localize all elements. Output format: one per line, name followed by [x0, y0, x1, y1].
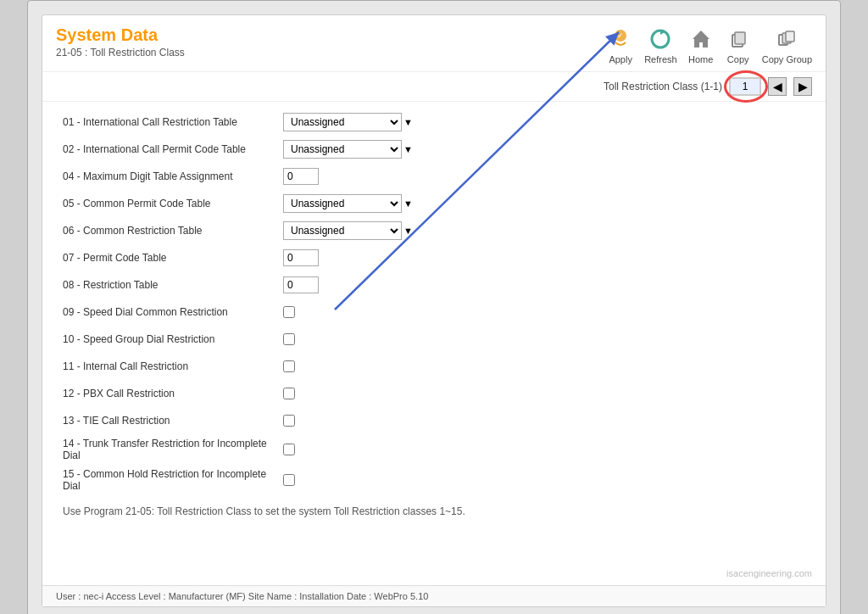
- field-label-05: 05 - Common Permit Code Table: [63, 198, 283, 209]
- field-row-14: 14 - Trunk Transfer Restriction for Inco…: [63, 438, 805, 461]
- refresh-label: Refresh: [644, 54, 677, 64]
- watermark: isacengineering.com: [42, 561, 826, 585]
- copy-group-icon: [773, 25, 800, 53]
- field-input-04[interactable]: [283, 168, 319, 185]
- panel-footer: User : nec-i Access Level : Manufacturer…: [42, 585, 826, 606]
- field-select-06[interactable]: Unassigned12: [283, 221, 402, 240]
- field-label-15: 15 - Common Hold Restriction for Incompl…: [63, 468, 283, 492]
- field-checkbox-13[interactable]: [283, 415, 295, 427]
- field-checkbox-11[interactable]: [283, 360, 295, 372]
- panel-title-block: System Data 21-05 : Toll Restriction Cla…: [56, 25, 185, 59]
- field-label-02: 02 - International Call Permit Code Tabl…: [63, 143, 283, 155]
- home-label: Home: [688, 54, 713, 64]
- field-checkbox-12[interactable]: [283, 388, 295, 399]
- form-content: 01 - International Call Restriction Tabl…: [42, 102, 826, 527]
- field-row-02: 02 - International Call Permit Code Tabl…: [63, 139, 805, 159]
- field-label-08: 08 - Restriction Table: [63, 279, 283, 291]
- field-label-07: 07 - Permit Code Table: [63, 252, 283, 264]
- field-row-01: 01 - International Call Restriction Tabl…: [63, 112, 805, 132]
- field-row-15: 15 - Common Hold Restriction for Incompl…: [63, 468, 805, 492]
- form-note: Use Program 21-05: Toll Restriction Clas…: [63, 505, 805, 517]
- svg-rect-5: [735, 32, 745, 44]
- apply-label: Apply: [609, 54, 632, 64]
- field-label-01: 01 - International Call Restriction Tabl…: [63, 116, 283, 128]
- field-row-06: 06 - Common Restriction Table Unassigned…: [63, 220, 805, 241]
- field-row-10: 10 - Speed Group Dial Restriction: [63, 329, 805, 349]
- field-input-07[interactable]: [283, 249, 319, 266]
- refresh-icon: [647, 25, 674, 53]
- field-label-14: 14 - Trunk Transfer Restriction for Inco…: [63, 438, 283, 461]
- field-label-10: 10 - Speed Group Dial Restriction: [63, 333, 283, 345]
- trc-label: Toll Restriction Class (1-1): [604, 81, 722, 92]
- field-label-06: 06 - Common Restriction Table: [63, 225, 283, 237]
- copy-button[interactable]: Copy: [725, 25, 752, 64]
- trc-nav-next[interactable]: ▶: [793, 77, 812, 96]
- field-row-09: 09 - Speed Dial Common Restriction: [63, 302, 805, 322]
- copy-group-label: Copy Group: [762, 54, 812, 64]
- field-row-07: 07 - Permit Code Table: [63, 248, 805, 268]
- field-label-04: 04 - Maximum Digit Table Assignment: [63, 170, 283, 182]
- page-subtitle: 21-05 : Toll Restriction Class: [56, 47, 185, 59]
- field-checkbox-10[interactable]: [283, 333, 295, 345]
- field-label-13: 13 - TIE Call Restriction: [63, 415, 283, 427]
- home-button[interactable]: Home: [687, 25, 715, 64]
- field-row-11: 11 - Internal Call Restriction: [63, 356, 805, 377]
- field-row-12: 12 - PBX Call Restriction: [63, 383, 805, 404]
- field-select-05[interactable]: Unassigned12: [283, 194, 402, 213]
- field-row-04: 04 - Maximum Digit Table Assignment: [63, 166, 805, 187]
- apply-button[interactable]: ✓ Apply: [607, 25, 634, 64]
- copy-group-button[interactable]: Copy Group: [762, 25, 812, 64]
- field-label-11: 11 - Internal Call Restriction: [63, 360, 283, 372]
- copy-icon: [725, 25, 752, 53]
- field-checkbox-14[interactable]: [283, 444, 295, 455]
- trc-nav-prev[interactable]: ◀: [768, 77, 787, 96]
- trc-row: Toll Restriction Class (1-1) 1 ◀ ▶: [42, 72, 826, 102]
- field-label-09: 09 - Speed Dial Common Restriction: [63, 306, 283, 318]
- field-row-13: 13 - TIE Call Restriction: [63, 410, 805, 431]
- field-select-01[interactable]: Unassigned12: [283, 113, 402, 131]
- trc-input-wrapper: 1: [729, 77, 761, 96]
- svg-marker-3: [693, 31, 709, 47]
- field-input-08[interactable]: [283, 276, 319, 293]
- svg-rect-8: [786, 31, 794, 42]
- toolbar: ✓ Apply Refresh: [607, 25, 812, 64]
- refresh-button[interactable]: Refresh: [644, 25, 677, 64]
- apply-icon: ✓: [607, 25, 634, 53]
- trc-input[interactable]: 1: [729, 77, 761, 96]
- field-row-05: 05 - Common Permit Code Table Unassigned…: [63, 193, 805, 214]
- field-select-02[interactable]: Unassigned12: [283, 140, 402, 159]
- field-row-08: 08 - Restriction Table: [63, 275, 805, 295]
- svg-text:✓: ✓: [617, 31, 624, 40]
- field-checkbox-09[interactable]: [283, 306, 295, 318]
- copy-label: Copy: [727, 54, 749, 64]
- page-title: System Data: [56, 25, 185, 45]
- field-checkbox-15[interactable]: [283, 474, 295, 486]
- home-icon: [687, 25, 715, 53]
- field-label-12: 12 - PBX Call Restriction: [63, 388, 283, 399]
